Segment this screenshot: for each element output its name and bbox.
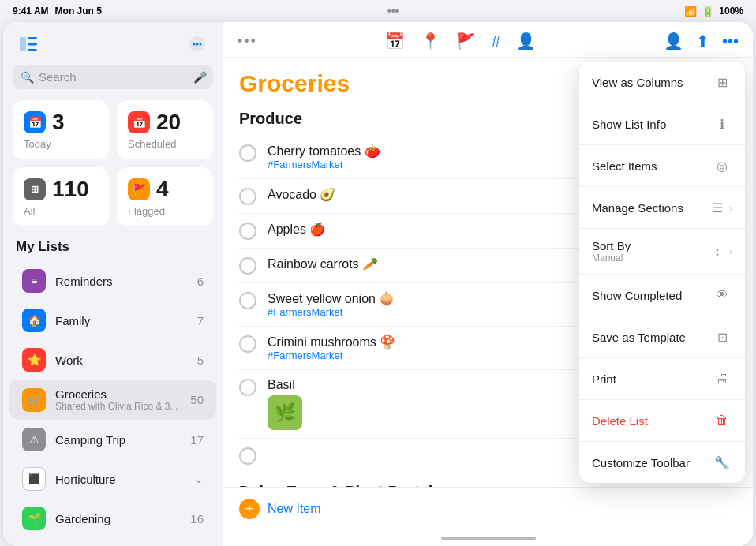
todo-checkbox[interactable] <box>239 144 256 162</box>
sidebar-item-family[interactable]: 🏠 Family 7 <box>9 301 216 340</box>
scheduled-card[interactable]: 📅 20 Scheduled <box>117 100 213 159</box>
reminders-name: Reminders <box>55 275 188 288</box>
groceries-name: Groceries <box>55 387 181 401</box>
scheduled-icon: 📅 <box>128 111 150 133</box>
hashtag-icon[interactable]: # <box>492 32 500 50</box>
reminders-count: 6 <box>197 275 204 288</box>
menu-item-customize-toolbar[interactable]: Customize Toolbar 🔧 <box>579 442 745 483</box>
sidebar-item-work[interactable]: ⭐ Work 5 <box>9 340 216 380</box>
sidebar-item-camping[interactable]: ⚠ Camping Trip 17 <box>9 420 216 459</box>
person-icon[interactable]: 👤 <box>516 32 536 50</box>
gardening-count: 16 <box>190 512 204 525</box>
sidebar-item-gardening[interactable]: 🌱 Gardening 16 <box>9 499 216 538</box>
work-icon: ⭐ <box>22 348 46 372</box>
work-name: Work <box>55 353 188 367</box>
wifi-icon: 📶 <box>684 6 697 17</box>
todo-checkbox[interactable] <box>239 223 256 240</box>
share-icon[interactable]: ⬆ <box>696 32 709 50</box>
dropdown-menu: View as Columns ⊞ Show List Info ℹ Selec… <box>579 62 745 483</box>
more-options-icon[interactable]: ••• <box>722 32 739 50</box>
todo-checkbox[interactable] <box>239 379 256 396</box>
todo-checkbox[interactable] <box>239 447 256 465</box>
horticulture-name: Horticulture <box>55 473 185 486</box>
menu-label: Show Completed <box>592 289 682 302</box>
search-input[interactable] <box>39 70 189 84</box>
svg-rect-2 <box>28 43 37 46</box>
menu-item-sort-by[interactable]: Sort By Manual ↕ › <box>579 229 745 275</box>
todo-checkbox[interactable] <box>239 335 256 353</box>
family-count: 7 <box>197 314 204 327</box>
menu-label: Show List Info <box>592 118 666 131</box>
scheduled-label: Scheduled <box>128 138 202 150</box>
flagged-card[interactable]: 🚩 4 Flagged <box>117 167 213 226</box>
add-list-area: Add List <box>3 538 223 546</box>
menu-item-print[interactable]: Print 🖨 <box>579 358 745 400</box>
menu-item-manage-sections[interactable]: Manage Sections ☰ › <box>579 187 745 229</box>
camping-count: 17 <box>190 433 204 447</box>
manage-sections-icon: ☰ <box>707 197 728 218</box>
todo-checkbox[interactable] <box>239 188 256 205</box>
status-day: Mon Jun 5 <box>55 6 102 17</box>
today-card[interactable]: 📅 3 Today <box>13 100 109 159</box>
home-bar <box>441 537 536 540</box>
new-item-plus-button[interactable]: + <box>239 499 260 519</box>
menu-item-show-list-info[interactable]: Show List Info ℹ <box>579 103 745 145</box>
my-lists-title: My Lists <box>3 239 223 261</box>
sidebar-item-reminders[interactable]: ≡ Reminders 6 <box>9 261 216 301</box>
todo-checkbox[interactable] <box>239 292 256 309</box>
delete-icon: 🗑 <box>712 410 732 431</box>
sidebar: 🔍 🎤 📅 3 Today 📅 20 <box>3 22 223 546</box>
mic-icon[interactable]: 🎤 <box>193 71 207 84</box>
svg-point-5 <box>193 43 196 46</box>
search-icon: 🔍 <box>21 71 34 84</box>
basil-thumbnail: 🌿 <box>268 395 302 430</box>
sidebar-top-icons <box>3 32 223 65</box>
svg-rect-1 <box>28 37 37 39</box>
svg-rect-0 <box>20 37 26 51</box>
menu-item-delete-list[interactable]: Delete List 🗑 <box>579 400 745 442</box>
flag-icon[interactable]: 🚩 <box>456 32 476 50</box>
menu-item-show-completed[interactable]: Show Completed 👁 <box>579 275 745 316</box>
main-toolbar: ••• 📅 📍 🚩 # 👤 👤 ⬆ ••• <box>223 22 753 58</box>
location-icon[interactable]: 📍 <box>421 32 440 50</box>
sidebar-toggle-icon[interactable] <box>16 32 41 57</box>
menu-item-select-items[interactable]: Select Items ◎ <box>579 145 745 187</box>
all-card[interactable]: ⊞ 110 All <box>13 167 109 226</box>
toolbar-dots: ••• <box>238 33 257 50</box>
search-bar[interactable]: 🔍 🎤 <box>13 65 213 89</box>
share-person-icon[interactable]: 👤 <box>664 32 683 50</box>
svg-point-7 <box>200 43 202 46</box>
toolbar-right: 👤 ⬆ ••• <box>664 32 739 50</box>
gardening-icon: 🌱 <box>22 507 46 530</box>
toolbar-icons: 📅 📍 🚩 # 👤 <box>385 32 536 50</box>
chevron-right-icon: › <box>729 245 732 257</box>
menu-label: Customize Toolbar <box>592 456 690 469</box>
all-label: All <box>24 205 98 217</box>
app-container: 🔍 🎤 📅 3 Today 📅 20 <box>3 22 753 546</box>
battery-icon: 🔋 <box>702 6 714 17</box>
groceries-icon: 🛒 <box>22 388 46 412</box>
new-item-label[interactable]: New Item <box>268 502 321 516</box>
print-icon: 🖨 <box>712 368 732 389</box>
menu-item-save-template[interactable]: Save as Template ⊡ <box>579 316 745 358</box>
menu-label: Print <box>592 372 616 386</box>
today-icon: 📅 <box>24 111 46 133</box>
todo-checkbox[interactable] <box>239 257 256 275</box>
home-indicator <box>223 530 753 546</box>
calendar-icon[interactable]: 📅 <box>385 32 405 50</box>
status-bar: 9:41 AM Mon Jun 5 ••• 📶 🔋 100% <box>0 0 756 22</box>
main-content: ••• 📅 📍 🚩 # 👤 👤 ⬆ ••• Groceries Produce <box>223 22 753 546</box>
delete-label: Delete List <box>592 414 648 428</box>
scheduled-count: 20 <box>156 110 181 135</box>
flagged-icon: 🚩 <box>128 178 150 200</box>
battery-level: 100% <box>719 6 743 17</box>
sort-icon: ↕ <box>707 241 728 262</box>
groceries-count: 50 <box>190 393 204 406</box>
family-icon: 🏠 <box>22 309 46 332</box>
camping-icon: ⚠ <box>22 428 46 451</box>
sidebar-item-groceries[interactable]: 🛒 Groceries Shared with Olivia Rico & 3.… <box>9 380 216 420</box>
more-icon[interactable] <box>185 32 210 57</box>
menu-item-view-columns[interactable]: View as Columns ⊞ <box>579 62 745 103</box>
menu-label: View as Columns <box>592 76 683 89</box>
sidebar-item-horticulture[interactable]: ⬛ Horticulture ⌄ <box>9 459 216 499</box>
